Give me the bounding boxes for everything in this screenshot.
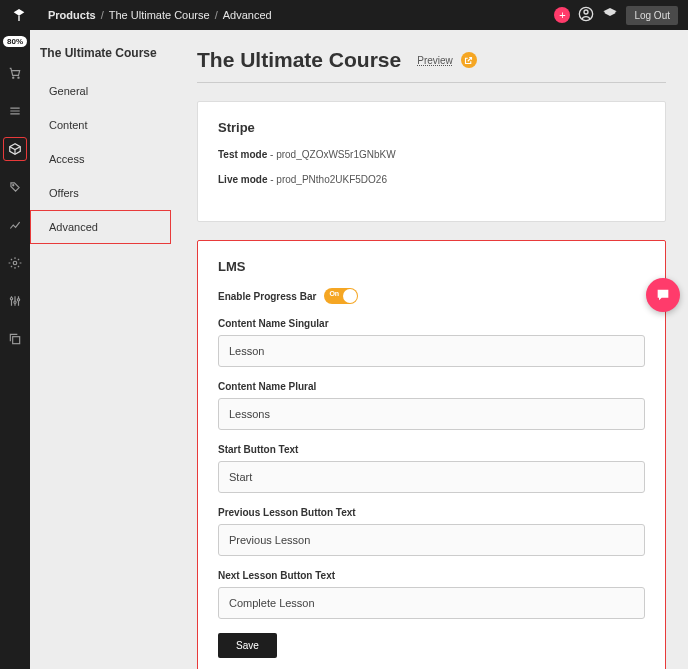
input-next-btn[interactable] [218, 587, 645, 619]
svg-point-4 [13, 185, 14, 186]
sidebar-item-access[interactable]: Access [30, 142, 171, 176]
rail-tag-icon[interactable] [3, 175, 27, 199]
preview-link[interactable]: Preview [417, 55, 453, 66]
input-content-singular[interactable] [218, 335, 645, 367]
progress-pill: 80% [3, 36, 27, 47]
rail-copy-icon[interactable] [3, 327, 27, 351]
rail-cart-icon[interactable] [3, 61, 27, 85]
breadcrumb-root[interactable]: Products [48, 9, 96, 21]
input-start-btn[interactable] [218, 461, 645, 493]
progress-toggle-label: Enable Progress Bar [218, 291, 316, 302]
rail-gear-icon[interactable] [3, 251, 27, 275]
lms-card: LMS Enable Progress Bar On Content Name … [197, 240, 666, 669]
profile-icon[interactable] [578, 6, 594, 25]
logout-button[interactable]: Log Out [626, 6, 678, 25]
sidebar-item-advanced[interactable]: Advanced [30, 210, 171, 244]
label-content-singular: Content Name Singular [218, 318, 645, 329]
stripe-card: Stripe Test mode - prod_QZOxWS5r1GNbKW L… [197, 101, 666, 222]
progress-toggle[interactable]: On [324, 288, 358, 304]
svg-point-6 [10, 298, 12, 300]
input-prev-btn[interactable] [218, 524, 645, 556]
stripe-live-line: Live mode - prod_PNtho2UKF5DO26 [218, 174, 645, 185]
sidebar-title: The Ultimate Course [30, 40, 175, 74]
lms-heading: LMS [218, 259, 645, 274]
sidebar-item-general[interactable]: General [30, 74, 171, 108]
stripe-test-line: Test mode - prod_QZOxWS5r1GNbKW [218, 149, 645, 160]
add-button[interactable]: + [554, 7, 570, 23]
svg-point-8 [17, 299, 19, 301]
breadcrumb: Products / The Ultimate Course / Advance… [48, 9, 272, 21]
external-link-icon[interactable] [461, 52, 477, 68]
sidebar-item-content[interactable]: Content [30, 108, 171, 142]
svg-point-7 [14, 301, 16, 303]
learning-icon[interactable] [602, 6, 618, 25]
label-next-btn: Next Lesson Button Text [218, 570, 645, 581]
icon-rail: 80% [0, 30, 30, 669]
save-button[interactable]: Save [218, 633, 277, 658]
field-content-plural: Content Name Plural [218, 381, 645, 430]
breadcrumb-leaf: Advanced [223, 9, 272, 21]
page-title: The Ultimate Course [197, 48, 401, 72]
label-prev-btn: Previous Lesson Button Text [218, 507, 645, 518]
svg-rect-9 [13, 337, 20, 344]
rail-box-icon[interactable] [3, 137, 27, 161]
field-content-singular: Content Name Singular [218, 318, 645, 367]
field-prev-btn: Previous Lesson Button Text [218, 507, 645, 556]
field-start-btn: Start Button Text [218, 444, 645, 493]
rail-layers-icon[interactable] [3, 99, 27, 123]
chat-fab[interactable] [646, 278, 680, 312]
main-content: The Ultimate Course Preview Stripe Test … [175, 30, 688, 669]
topbar: Products / The Ultimate Course / Advance… [0, 0, 688, 30]
sidebar: The Ultimate Course General Content Acce… [30, 30, 175, 669]
page-header: The Ultimate Course Preview [197, 48, 666, 83]
svg-point-3 [18, 77, 19, 78]
input-content-plural[interactable] [218, 398, 645, 430]
breadcrumb-mid[interactable]: The Ultimate Course [109, 9, 210, 21]
progress-toggle-row: Enable Progress Bar On [218, 288, 645, 304]
rail-chart-icon[interactable] [3, 213, 27, 237]
stripe-heading: Stripe [218, 120, 645, 135]
svg-point-5 [13, 261, 17, 265]
label-content-plural: Content Name Plural [218, 381, 645, 392]
topbar-right: + Log Out [554, 6, 678, 25]
label-start-btn: Start Button Text [218, 444, 645, 455]
svg-point-2 [13, 77, 14, 78]
field-next-btn: Next Lesson Button Text [218, 570, 645, 619]
svg-point-1 [584, 10, 588, 14]
sidebar-item-offers[interactable]: Offers [30, 176, 171, 210]
brand-logo-icon [10, 6, 28, 24]
rail-sliders-icon[interactable] [3, 289, 27, 313]
